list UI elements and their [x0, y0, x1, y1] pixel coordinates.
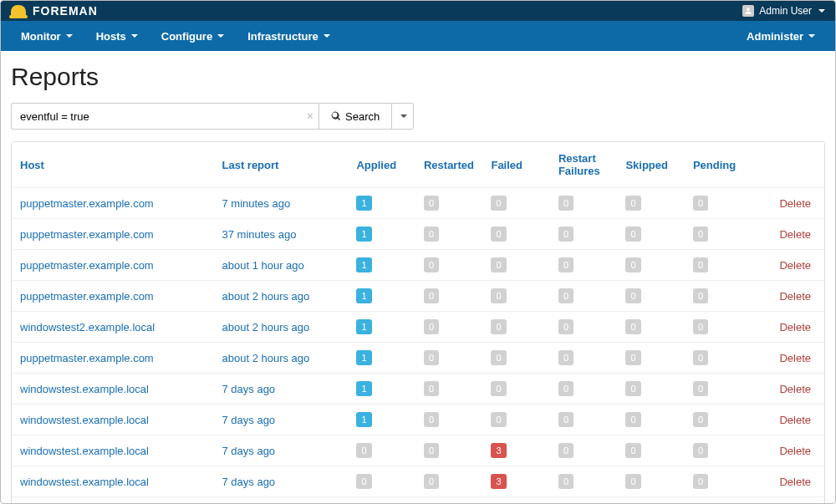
nav-label: Infrastructure [247, 30, 319, 43]
clear-icon[interactable]: × [307, 109, 314, 123]
failed-badge: 0 [491, 350, 506, 365]
restarted-badge: 0 [424, 319, 439, 334]
failed-badge: 0 [491, 412, 506, 427]
nav-hosts[interactable]: Hosts [84, 21, 150, 51]
report-time-link[interactable]: 7 days ago [222, 445, 275, 457]
restarted-badge: 0 [424, 443, 439, 458]
table-row: puppetmaster.example.com37 minutes ago10… [12, 218, 824, 249]
skipped-badge: 0 [625, 288, 640, 303]
table-row: windowstest.example.local7 days ago10000… [12, 404, 824, 435]
pending-badge: 0 [693, 350, 708, 365]
host-link[interactable]: windowstest.example.local [20, 383, 149, 395]
nav-monitor[interactable]: Monitor [9, 21, 84, 51]
failed-badge: 0 [491, 196, 506, 211]
caret-down-icon [217, 34, 224, 38]
delete-link[interactable]: Delete [779, 352, 811, 364]
skipped-badge: 0 [625, 474, 640, 489]
restarted-badge: 0 [424, 412, 439, 427]
table-row: puppetmaster.example.comabout 2 hours ag… [12, 280, 824, 311]
restart-failures-badge: 0 [558, 288, 573, 303]
table-row: windowstest.example.local7 days ago00300… [12, 435, 824, 466]
restart-failures-badge: 0 [558, 412, 573, 427]
nav-label: Configure [161, 30, 212, 43]
caret-down-icon [66, 34, 73, 38]
nav-label: Hosts [96, 30, 126, 43]
search-icon [331, 111, 341, 121]
nav-left: Monitor Hosts Configure Infrastructure [9, 21, 342, 51]
brand-left: FOREMAN [11, 4, 98, 18]
page-title: Reports [11, 63, 825, 91]
col-restart-failures[interactable]: Restart Failures [550, 142, 617, 187]
delete-link[interactable]: Delete [779, 414, 811, 426]
table-row: windowstest.example.local7 days ago00300… [12, 466, 824, 496]
host-link[interactable]: windowstest.example.local [20, 476, 149, 488]
col-last-report[interactable]: Last report [213, 142, 348, 187]
col-restarted[interactable]: Restarted [415, 142, 482, 187]
host-link[interactable]: windowstest2.example.local [20, 321, 155, 333]
report-time-link[interactable]: about 2 hours ago [222, 321, 309, 333]
applied-badge: 1 [356, 257, 371, 272]
restart-failures-badge: 0 [558, 350, 573, 365]
delete-link[interactable]: Delete [779, 445, 811, 457]
restart-failures-badge: 0 [558, 196, 573, 211]
search-dropdown-button[interactable] [392, 103, 414, 130]
caret-down-icon [324, 34, 330, 38]
col-pending[interactable]: Pending [685, 142, 752, 187]
restarted-badge: 0 [424, 288, 439, 303]
delete-link[interactable]: Delete [779, 476, 811, 488]
restart-failures-badge: 0 [558, 443, 573, 458]
host-link[interactable]: puppetmaster.example.com [20, 352, 154, 364]
host-link[interactable]: windowstest.example.local [20, 414, 149, 426]
report-time-link[interactable]: 37 minutes ago [222, 228, 296, 241]
report-time-link[interactable]: 7 days ago [222, 476, 275, 488]
host-link[interactable]: puppetmaster.example.com [20, 228, 154, 241]
table-row: windowstest.example.local7 days ago00300… [12, 496, 824, 504]
delete-link[interactable]: Delete [779, 228, 811, 241]
brand-name: FOREMAN [33, 4, 98, 18]
search-button[interactable]: Search [319, 103, 392, 130]
col-applied[interactable]: Applied [348, 142, 415, 187]
nav-infrastructure[interactable]: Infrastructure [236, 21, 342, 51]
delete-link[interactable]: Delete [779, 290, 811, 303]
delete-link[interactable]: Delete [779, 259, 811, 272]
report-time-link[interactable]: 7 days ago [222, 383, 275, 395]
restart-failures-badge: 0 [558, 227, 573, 242]
caret-down-icon [818, 9, 825, 13]
applied-badge: 1 [356, 319, 371, 334]
failed-badge: 3 [491, 443, 506, 458]
report-time-link[interactable]: 7 days ago [222, 414, 275, 426]
page-content: Reports × Search Host Last report Applie… [1, 51, 835, 504]
table-row: puppetmaster.example.comabout 1 hour ago… [12, 249, 824, 280]
failed-badge: 0 [491, 381, 506, 396]
failed-badge: 0 [491, 257, 506, 272]
user-menu[interactable]: Admin User [742, 5, 825, 17]
main-nav: Monitor Hosts Configure Infrastructure A… [1, 21, 835, 51]
host-link[interactable]: puppetmaster.example.com [20, 197, 154, 210]
report-time-link[interactable]: about 2 hours ago [222, 352, 309, 364]
nav-configure[interactable]: Configure [150, 21, 236, 51]
pending-badge: 0 [693, 196, 708, 211]
delete-link[interactable]: Delete [779, 197, 811, 210]
search-input[interactable] [11, 103, 319, 130]
restarted-badge: 0 [424, 474, 439, 489]
user-name: Admin User [759, 5, 812, 17]
pending-badge: 0 [693, 474, 708, 489]
col-skipped[interactable]: Skipped [617, 142, 684, 187]
applied-badge: 1 [356, 227, 371, 242]
pending-badge: 0 [693, 443, 708, 458]
col-actions [752, 142, 824, 187]
delete-link[interactable]: Delete [779, 383, 811, 395]
col-host[interactable]: Host [12, 142, 213, 187]
col-failed[interactable]: Failed [482, 142, 549, 187]
nav-administer[interactable]: Administer [735, 21, 827, 51]
report-time-link[interactable]: 7 minutes ago [222, 197, 290, 210]
skipped-badge: 0 [625, 227, 640, 242]
host-link[interactable]: puppetmaster.example.com [20, 259, 154, 272]
host-link[interactable]: windowstest.example.local [20, 445, 149, 457]
delete-link[interactable]: Delete [779, 321, 811, 333]
applied-badge: 0 [356, 474, 371, 489]
report-time-link[interactable]: about 1 hour ago [222, 259, 303, 272]
restarted-badge: 0 [424, 196, 439, 211]
host-link[interactable]: puppetmaster.example.com [20, 290, 154, 303]
report-time-link[interactable]: about 2 hours ago [222, 290, 309, 303]
